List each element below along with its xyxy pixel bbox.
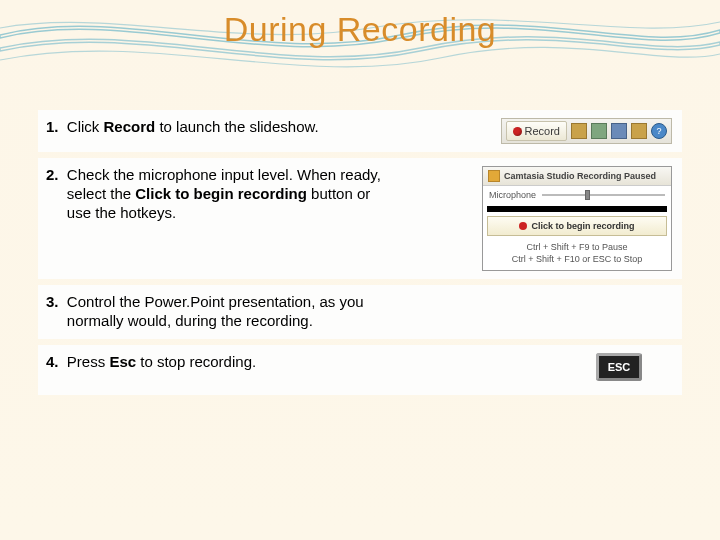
camtasia-logo-icon [488,170,500,182]
toolbar-icon-1 [571,123,587,139]
microphone-label: Microphone [489,190,536,200]
esc-key-icon: ESC [596,353,642,381]
camtasia-header: Camtasia Studio Recording Paused [483,167,671,186]
hotkeys-text: Ctrl + Shift + F9 to Pause Ctrl + Shift … [483,240,671,270]
step-2: 2. Check the microphone input level. Whe… [38,158,682,279]
level-bar [487,206,667,212]
camtasia-header-label: Camtasia Studio Recording Paused [504,171,656,181]
hotkey-pause: Ctrl + Shift + F9 to Pause [485,242,669,254]
microphone-row: Microphone [483,186,671,204]
click-to-begin-button[interactable]: Click to begin recording [487,216,667,236]
slide-title: During Recording [0,10,720,49]
microphone-slider[interactable] [542,190,665,200]
step-2-text: 2. Check the microphone input level. Whe… [46,166,401,222]
toolbar-icon-4 [631,123,647,139]
record-button[interactable]: Record [506,121,567,141]
click-to-begin-label: Click to begin recording [531,221,634,231]
steps-list: 1. Click Record to launch the slideshow.… [38,110,682,401]
step-3-text: 3. Control the Power.Point presentation,… [46,293,401,331]
camtasia-panel: Camtasia Studio Recording Paused Microph… [482,166,672,271]
toolbar-icon-3 [611,123,627,139]
step-2-image: Camtasia Studio Recording Paused Microph… [401,166,672,271]
step-4-text: 4. Press Esc to stop recording. [46,353,401,372]
record-dot-icon [513,127,522,136]
step-3: 3. Control the Power.Point presentation,… [38,285,682,339]
record-dot-icon [519,222,527,230]
record-button-label: Record [525,125,560,137]
help-icon: ? [651,123,667,139]
step-1-text: 1. Click Record to launch the slideshow. [46,118,401,137]
record-toolbar: Record ? [501,118,672,144]
step-1: 1. Click Record to launch the slideshow.… [38,110,682,152]
step-4: 4. Press Esc to stop recording. ESC [38,345,682,395]
toolbar-icon-2 [591,123,607,139]
step-4-image: ESC [401,353,672,381]
hotkey-stop: Ctrl + Shift + F10 or ESC to Stop [485,254,669,266]
step-1-image: Record ? [401,118,672,144]
